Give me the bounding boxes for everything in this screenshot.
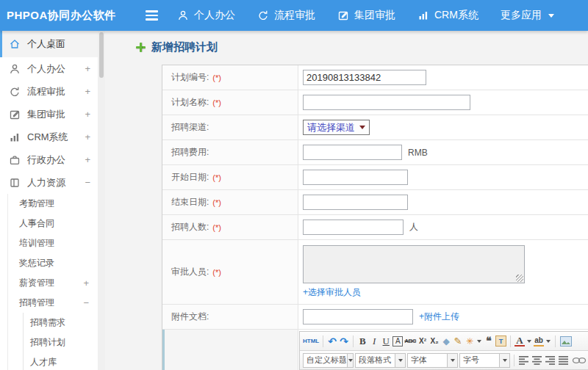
custom-title-select[interactable]: 自定义标题 (303, 353, 354, 368)
blockquote-icon[interactable]: ❝ (484, 335, 494, 348)
sidebar-item-personal-desktop[interactable]: 个人桌面 (0, 31, 98, 57)
main-content: 新增招聘计划 计划编号: (*) 计划名称: (105, 31, 588, 370)
html-source-button[interactable]: HTML (303, 335, 319, 348)
field-label: 审批人员: (171, 266, 209, 278)
user-icon (9, 63, 21, 75)
link-icon[interactable] (572, 356, 587, 365)
plan-name-input[interactable] (303, 95, 470, 110)
subscript-icon[interactable]: X₂ (429, 335, 440, 348)
auto-typeset-icon[interactable]: ✳ (465, 335, 475, 348)
flow-icon (9, 86, 21, 98)
field-label: 开始日期: (171, 171, 209, 184)
book-icon (9, 177, 21, 189)
select-arrow-icon (447, 354, 457, 367)
field-label: 招聘渠道: (171, 121, 209, 134)
superscript-icon[interactable]: X² (417, 335, 428, 348)
form-row-attachment: 附件文档: +附件上传 (162, 305, 588, 330)
required-mark: (*) (212, 98, 221, 107)
paragraph-format-select[interactable]: 段落格式 (355, 353, 406, 368)
underline-icon[interactable]: U (381, 335, 391, 348)
sidebar: 个人桌面 个人办公 + 流程审批 + (0, 31, 98, 370)
undo-icon[interactable]: ↶ (327, 335, 337, 348)
sidebar-item-recruit-mgmt[interactable]: 招聘管理 − (8, 293, 98, 313)
plan-number-input[interactable] (303, 70, 426, 85)
expand-plus-icon[interactable]: + (83, 278, 89, 289)
sidebar-item-recruit-demand[interactable]: 招聘需求 (24, 313, 98, 333)
sidebar-item-personnel-contract[interactable]: 人事合同 (8, 214, 98, 233)
home-icon (9, 38, 21, 50)
sidebar-item-recruit-plan[interactable]: 招聘计划 (24, 333, 98, 352)
attachment-input[interactable] (303, 309, 413, 324)
font-family-select[interactable]: 字体 (407, 353, 458, 368)
headcount-unit-label: 人 (409, 221, 418, 233)
align-center-icon[interactable] (532, 356, 542, 365)
collapse-minus-icon[interactable]: − (85, 177, 90, 188)
nav-item-crm-system[interactable]: CRM系统 (417, 9, 478, 22)
required-mark: (*) (212, 223, 221, 232)
insert-image-icon[interactable] (560, 336, 572, 347)
expand-plus-icon[interactable]: + (85, 154, 90, 165)
sidebar-item-salary-mgmt[interactable]: 薪资管理 + (8, 273, 98, 293)
sidebar-item-crm-system[interactable]: CRM系统 + (0, 126, 98, 148)
expand-plus-icon[interactable]: + (85, 63, 90, 74)
sidebar-item-attendance-mgmt[interactable]: 考勤管理 (8, 194, 98, 214)
font-color-icon[interactable]: A (514, 335, 525, 347)
flow-icon (257, 10, 269, 21)
expand-plus-icon[interactable]: + (85, 86, 90, 97)
redo-icon[interactable]: ↷ (339, 335, 349, 348)
sidebar-item-personal-office[interactable]: 个人办公 + (0, 57, 98, 80)
sidebar-item-group-approval[interactable]: 集团审批 + (0, 103, 98, 126)
expand-plus-icon[interactable]: + (85, 131, 90, 142)
field-label: 附件文档: (171, 311, 209, 323)
field-label: 招聘费用: (171, 146, 209, 159)
italic-icon[interactable]: I (369, 335, 379, 348)
collapse-minus-icon[interactable]: − (83, 297, 89, 308)
expand-plus-icon[interactable]: + (85, 109, 90, 120)
headcount-input[interactable] (303, 220, 404, 235)
form-row-fee: 招聘费用: RMB (162, 140, 588, 165)
app-logo: PHPOA协同办公软件 (0, 9, 140, 23)
resize-handle[interactable] (516, 275, 523, 282)
font-border-icon[interactable]: A (392, 336, 403, 347)
sidebar-item-admin-office[interactable]: 行政办公 + (0, 148, 98, 171)
toolbar-separator (510, 335, 511, 347)
attachment-upload-link[interactable]: +附件上传 (419, 311, 459, 323)
required-mark: (*) (212, 73, 221, 82)
format-brush-icon[interactable]: ✎ (453, 335, 463, 348)
nav-item-personal-office[interactable]: 个人办公 (177, 9, 235, 22)
end-date-input[interactable] (303, 195, 408, 210)
caret-down-icon[interactable] (477, 340, 481, 343)
font-size-select[interactable]: 字号 (459, 353, 510, 368)
form-row-channel: 招聘渠道: 请选择渠道 (162, 115, 588, 140)
sidebar-item-reward-punishment[interactable]: 奖惩记录 (8, 253, 98, 273)
sidebar-item-training-mgmt[interactable]: 培训管理 (8, 233, 98, 253)
caret-down-icon[interactable] (527, 340, 531, 343)
select-approvers-link[interactable]: +选择审批人员 (303, 286, 361, 299)
highlight-icon[interactable]: ab (534, 335, 544, 347)
sidebar-item-talent-pool[interactable]: 人才库 (24, 352, 98, 370)
align-justify-icon[interactable] (559, 356, 569, 365)
editor-label-cell (162, 330, 298, 370)
start-date-input[interactable] (303, 170, 408, 185)
approvers-textarea[interactable] (303, 245, 525, 283)
align-right-icon[interactable] (545, 356, 556, 365)
sidebar-toggle-button[interactable] (146, 10, 158, 21)
align-left-icon[interactable] (519, 356, 529, 365)
scrollbar-thumb[interactable] (99, 32, 104, 78)
nav-item-group-approval[interactable]: 集团审批 (337, 9, 395, 22)
bold-icon[interactable]: B (357, 335, 368, 348)
fee-input[interactable] (303, 145, 402, 160)
nav-item-more-apps[interactable]: 更多应用 (501, 9, 554, 22)
sidebar-item-human-resources[interactable]: 人力资源 − (0, 171, 98, 194)
strikethrough-icon[interactable]: ABC (404, 335, 416, 348)
eraser-icon[interactable]: ◆ (441, 335, 451, 348)
toolbar-separator (555, 335, 556, 347)
editor-toolbar-row1: HTML ↶ ↷ B I U A ABC X² (300, 332, 588, 351)
nav-item-workflow-approval[interactable]: 流程审批 (257, 9, 315, 22)
sidebar-item-workflow-approval[interactable]: 流程审批 + (0, 80, 98, 103)
sidebar-scrollbar[interactable] (98, 31, 105, 370)
select-arrow-icon (395, 354, 405, 367)
caret-down-icon[interactable] (546, 340, 551, 343)
channel-select[interactable]: 请选择渠道 (303, 120, 370, 135)
paste-word-icon[interactable]: T (495, 335, 506, 347)
